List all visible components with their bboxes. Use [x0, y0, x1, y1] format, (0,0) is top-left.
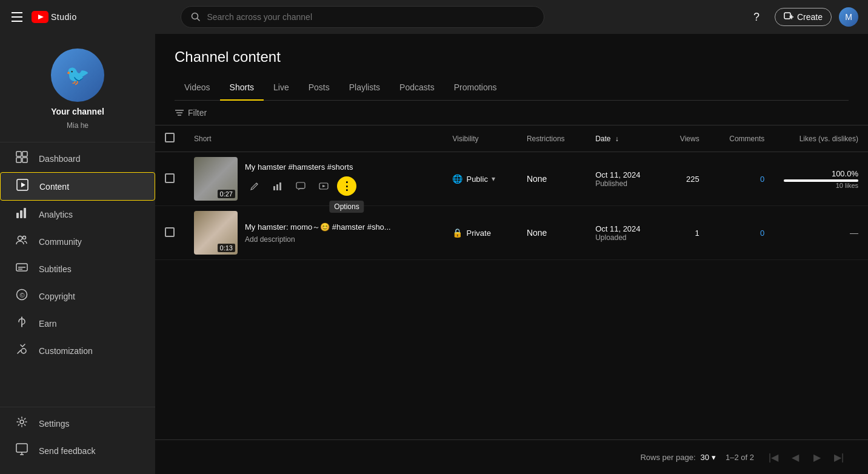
sidebar-item-copyright[interactable]: © Copyright — [0, 282, 155, 310]
create-label: Create — [797, 12, 823, 22]
svg-point-17 — [23, 236, 26, 239]
tab-podcasts[interactable]: Podcasts — [390, 75, 444, 101]
row1-thumbnail[interactable]: 0:27 — [194, 157, 238, 201]
page-nav: |◀ ◀ ▶ ▶| — [764, 447, 849, 467]
row2-thumbnail[interactable]: 0:13 — [194, 211, 238, 255]
row2-video-info: My hamster: momo～😊 #hamster #sho... Add … — [245, 222, 391, 244]
sidebar-item-content[interactable]: Content — [0, 172, 155, 201]
svg-rect-9 — [16, 158, 21, 162]
row1-likes-count: 10 likes — [784, 182, 858, 189]
sidebar-item-customization[interactable]: Customization — [0, 337, 155, 364]
row1-visibility-dropdown[interactable]: ▾ — [492, 175, 495, 183]
avatar[interactable]: M — [839, 7, 858, 27]
shorts-table: Short Visibility Restrictions Date ↓ Vie… — [155, 125, 868, 260]
header-visibility: Visibility — [442, 125, 516, 152]
content-table: Short Visibility Restrictions Date ↓ Vie… — [155, 125, 868, 439]
tab-live[interactable]: Live — [264, 75, 299, 101]
sidebar-item-label: Earn — [39, 319, 57, 329]
row2-comments: 0 — [709, 206, 775, 260]
row1-visibility-cell: 🌐 Public ▾ — [442, 152, 516, 206]
row2-date: Oct 11, 2024 — [595, 224, 653, 233]
sidebar-item-label: Copyright — [39, 292, 75, 301]
last-page-button[interactable]: ▶| — [829, 447, 849, 467]
row2-title: My hamster: momo～😊 #hamster #sho... — [245, 222, 391, 233]
tab-promotions[interactable]: Promotions — [444, 75, 507, 101]
tab-shorts[interactable]: Shorts — [220, 75, 264, 101]
row2-checkbox[interactable] — [165, 227, 175, 237]
row1-options-button[interactable]: ⋮ — [337, 176, 356, 196]
tab-posts[interactable]: Posts — [299, 75, 339, 101]
row1-duration: 0:27 — [218, 190, 235, 198]
row2-likes-dash: — — [850, 228, 858, 238]
first-page-button[interactable]: |◀ — [764, 447, 783, 467]
svg-rect-13 — [16, 213, 19, 218]
svg-rect-26 — [16, 444, 27, 452]
dashboard-icon — [15, 151, 29, 166]
header-likes: Likes (vs. dislikes) — [774, 125, 868, 152]
create-button[interactable]: Create — [775, 8, 832, 26]
logo-area[interactable]: Studio — [32, 11, 77, 23]
sidebar-item-earn[interactable]: Earn — [0, 310, 155, 337]
menu-icon[interactable] — [10, 10, 24, 24]
sidebar-item-analytics[interactable]: Analytics — [0, 201, 155, 228]
row2-checkbox-cell — [155, 206, 184, 260]
row1-analytics-button[interactable] — [268, 176, 287, 196]
sidebar-item-feedback[interactable]: Send feedback — [0, 437, 155, 464]
channel-name: Your channel — [51, 107, 104, 116]
sidebar-item-settings[interactable]: Settings — [0, 410, 155, 437]
sidebar-item-community[interactable]: Community — [0, 228, 155, 255]
sidebar-item-dashboard[interactable]: Dashboard — [0, 145, 155, 172]
sidebar-item-subtitles[interactable]: Subtitles — [0, 255, 155, 282]
row1-visibility-label: Public — [466, 175, 487, 184]
content-icon — [15, 179, 30, 194]
header-date[interactable]: Date ↓ — [586, 125, 663, 152]
svg-point-24 — [21, 349, 26, 353]
row1-edit-button[interactable] — [245, 176, 264, 196]
row1-checkbox[interactable] — [165, 173, 175, 183]
row1-visibility-icon: 🌐 — [452, 174, 462, 184]
rows-per-page-select[interactable]: 30 ▾ — [701, 453, 716, 462]
help-button[interactable]: ? — [746, 6, 767, 28]
table-header-row: Short Visibility Restrictions Date ↓ Vie… — [155, 125, 868, 152]
row2-likes: — — [774, 206, 868, 260]
filter-button[interactable]: Filter — [175, 108, 207, 118]
tab-playlists[interactable]: Playlists — [339, 75, 390, 101]
row1-checkbox-cell — [155, 152, 184, 206]
pagination: Rows per page: 30 ▾ 1–2 of 2 |◀ ◀ ▶ ▶| — [155, 439, 868, 474]
row1-likes-pct: 100.0% — [784, 169, 858, 178]
row1-comments-button[interactable] — [291, 176, 310, 196]
row1-video-info: My hamster #hamsters #shorts — [245, 162, 356, 196]
row1-status: Published — [595, 179, 653, 188]
analytics-icon — [15, 207, 29, 222]
svg-text:©: © — [20, 292, 25, 299]
header-comments: Comments — [709, 125, 775, 152]
page-title: Channel content — [175, 48, 849, 65]
community-icon — [15, 234, 29, 249]
divider-bottom — [0, 407, 155, 407]
row1-options-wrapper: ⋮ Options — [337, 176, 356, 196]
svg-point-16 — [18, 236, 22, 241]
tab-videos[interactable]: Videos — [175, 75, 220, 101]
rows-per-page-dropdown-icon: ▾ — [712, 453, 716, 462]
studio-label: Studio — [51, 12, 77, 22]
next-page-button[interactable]: ▶ — [807, 447, 827, 467]
row2-video-cell: 0:13 My hamster: momo～😊 #hamster #sho...… — [184, 206, 442, 260]
sidebar-item-label: Content — [39, 182, 69, 192]
row1-title: My hamster #hamsters #shorts — [245, 162, 356, 172]
row1-youtube-button[interactable] — [314, 176, 333, 196]
nav-right: ? Create M — [746, 6, 858, 28]
channel-avatar[interactable]: 🐦 — [51, 48, 104, 102]
prev-page-button[interactable]: ◀ — [786, 447, 805, 467]
search-input[interactable] — [207, 12, 534, 22]
filter-icon — [175, 108, 184, 118]
copyright-icon: © — [15, 289, 29, 304]
svg-rect-8 — [22, 152, 27, 156]
header-views: Views — [663, 125, 709, 152]
row2-views: 1 — [663, 206, 709, 260]
sidebar: 🐦 Your channel Mia he Dashboard — [0, 34, 155, 474]
select-all-checkbox[interactable] — [165, 133, 175, 142]
settings-icon — [15, 416, 29, 431]
svg-rect-14 — [20, 210, 22, 218]
sidebar-item-label: Subtitles — [39, 264, 72, 274]
search-bar[interactable] — [181, 6, 544, 28]
